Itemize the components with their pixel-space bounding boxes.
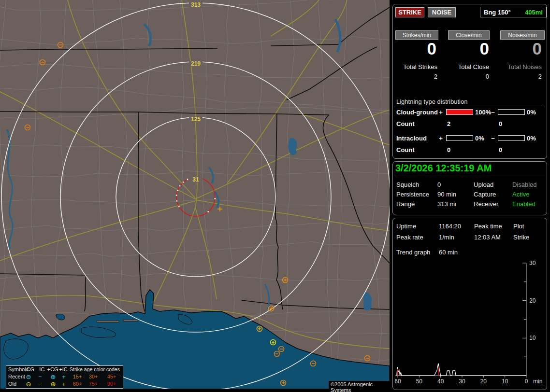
cg-positive-bar <box>446 109 473 115</box>
svg-text:40: 40 <box>437 378 444 385</box>
noises-per-min-value: 0 <box>492 40 542 58</box>
svg-text:60: 60 <box>394 378 401 385</box>
receiver-label: Receiver <box>474 200 498 208</box>
legend-symbol-glyph: + <box>58 374 70 380</box>
intracloud-label: Intracloud <box>396 135 427 142</box>
legend-symbol-glyph: − <box>34 374 46 380</box>
distribution-title: Lightning type distribution <box>396 98 467 105</box>
map-svg[interactable]: 31321912531 <box>0 0 390 389</box>
ic-positive-pct: 0% <box>475 135 484 142</box>
svg-text:min: min <box>533 378 542 385</box>
cg-positive-pct: 100% <box>475 109 491 116</box>
strikes-per-min-chip: Strikes/min <box>395 30 438 40</box>
range-label: Range <box>396 200 415 208</box>
trend-series-strike-rate <box>397 363 526 376</box>
legend-age-header: Strike age color codes <box>67 366 122 372</box>
trend-graph: 1020306050403020100min <box>392 218 550 389</box>
legend-age-45: 45+ <box>103 374 120 379</box>
datetime-display: 3/2/2026 12:35:19 AM <box>395 163 492 174</box>
legend-symbol-glyph: ⊖ <box>23 381 34 387</box>
legend-symbol-glyph: ⊕ <box>47 381 59 387</box>
squelch-value: 0 <box>437 181 441 188</box>
total-noises-label: Total Noises <box>489 63 542 70</box>
ring-label: 125 <box>191 116 201 123</box>
total-noises-value: 2 <box>489 73 542 80</box>
legend-age-75: 75+ <box>85 381 101 387</box>
squelch-label: Squelch <box>396 181 419 188</box>
svg-text:10: 10 <box>502 378 508 385</box>
persistence-value: 90 min <box>437 191 456 198</box>
legend-age-30: 30+ <box>85 374 101 379</box>
lightning-map[interactable]: 31321912531 Symbols -CG -IC +CG +IC Stri… <box>0 0 390 389</box>
cg-count-label: Count <box>396 120 415 127</box>
svg-text:20: 20 <box>529 297 536 304</box>
total-close-value: 0 <box>436 73 489 80</box>
legend-col-pcg: +CG <box>47 366 58 372</box>
ic-positive-bar <box>446 135 473 141</box>
bearing-label: Bng 150° <box>484 9 511 16</box>
total-strikes-label: Total Strikes <box>384 63 437 70</box>
legend-col-ncg: -CG <box>24 366 35 372</box>
legend-symbol-glyph: + <box>58 381 70 387</box>
legend-age-15: 15+ <box>69 374 86 379</box>
cg-negative-pct: 0% <box>527 109 536 116</box>
upload-label: Upload <box>474 181 493 188</box>
close-per-min-chip: Close/min <box>448 30 490 40</box>
receiver-value: Enabled <box>512 200 536 208</box>
minus-sign: − <box>490 109 496 116</box>
capture-value: Active <box>512 191 529 198</box>
map-legend: Symbols -CG -IC +CG +IC Strike age color… <box>6 365 123 389</box>
total-close-label: Total Close <box>436 63 489 70</box>
ring-label: 313 <box>191 1 201 8</box>
legend-symbol-glyph: ⊕ <box>47 374 59 380</box>
cg-positive-count: 2 <box>447 120 450 127</box>
minus-sign: − <box>490 135 496 142</box>
plus-sign: + <box>438 109 444 116</box>
cg-negative-bar <box>498 109 525 115</box>
ic-negative-count: 0 <box>499 146 502 154</box>
ic-negative-pct: 0% <box>527 135 536 142</box>
cloud-ground-label: Cloud-ground <box>396 109 438 116</box>
noise-tab-button[interactable]: NOISE <box>428 7 456 17</box>
range-value: 313 mi <box>437 200 456 208</box>
strikes-per-min-value: 0 <box>387 40 436 58</box>
ring-label: 219 <box>191 60 201 67</box>
svg-text:10: 10 <box>529 335 536 341</box>
total-strikes-value: 2 <box>384 73 437 80</box>
svg-text:50: 50 <box>416 378 423 385</box>
legend-symbol-glyph: ⊖ <box>23 374 34 380</box>
persistence-label: Persistence <box>396 191 429 198</box>
bearing-range-display: Bng 150° 405mi <box>480 7 547 17</box>
ic-negative-bar <box>498 135 525 141</box>
svg-text:0: 0 <box>525 378 528 385</box>
ic-positive-count: 0 <box>447 146 450 154</box>
legend-age-60: 60+ <box>69 381 86 387</box>
ring-label: 31 <box>192 176 199 183</box>
noises-per-min-chip: Noises/min <box>500 30 545 40</box>
cg-negative-count: 0 <box>499 120 502 127</box>
ic-count-label: Count <box>396 146 415 154</box>
bearing-range-value: 405mi <box>525 9 543 16</box>
upload-value: Disabled <box>512 181 537 188</box>
svg-text:30: 30 <box>459 378 465 385</box>
svg-text:30: 30 <box>529 260 536 266</box>
svg-text:20: 20 <box>480 378 487 385</box>
capture-label: Capture <box>474 191 496 198</box>
strike-tab-button[interactable]: STRIKE <box>395 7 424 17</box>
plus-sign: + <box>438 135 444 142</box>
copyright-text: ©2005 Astrogenic Systems <box>329 381 390 392</box>
nexstorm-window: 31321912531 Symbols -CG -IC +CG +IC Stri… <box>0 0 550 392</box>
legend-age-90: 90+ <box>103 381 120 387</box>
legend-row-old-label: Old <box>8 381 16 387</box>
close-per-min-value: 0 <box>439 40 489 58</box>
legend-symbol-glyph: − <box>34 381 46 387</box>
legend-col-nic: -IC <box>35 366 47 372</box>
